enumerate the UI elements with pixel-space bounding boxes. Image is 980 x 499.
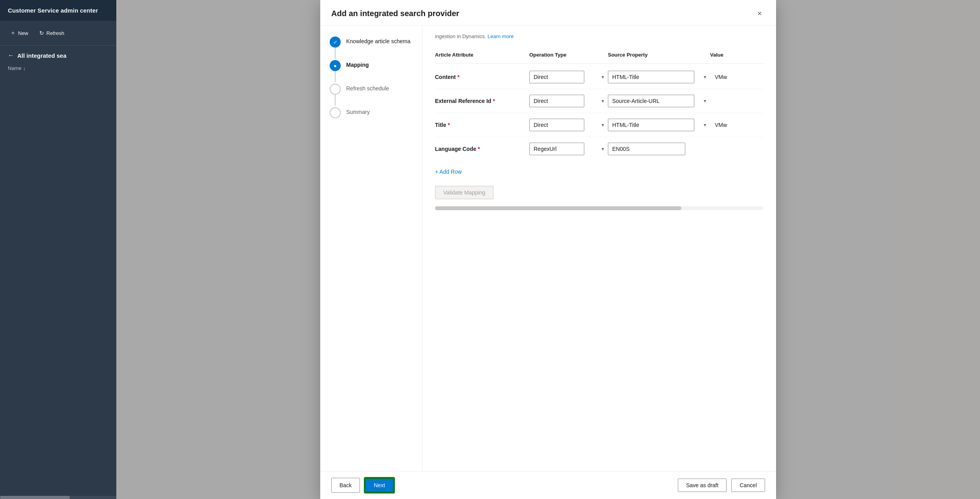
value-cell-content: VMw [710,74,763,80]
cancel-button[interactable]: Cancel [731,479,765,492]
footer-right-actions: Save as draft Cancel [678,479,765,492]
step-label-3: Refresh schedule [346,84,389,92]
chevron-down-icon: ▾ [602,146,604,152]
step-refresh-schedule: Refresh schedule [330,84,413,95]
source-property-wrapper-ext: Source-Article-URL HTML-Title Body ▾ [608,95,710,107]
close-button[interactable]: × [754,8,765,19]
step-label-1: Knowledge article schema [346,37,410,44]
back-arrow-icon[interactable]: ← [8,52,14,59]
operation-type-select-title[interactable]: Direct RegexUrl Static [529,119,584,131]
field-label-title: Title * [435,122,529,128]
step-summary: Summary [330,107,413,118]
step-label-2: Mapping [346,60,369,68]
plus-icon: ＋ [10,29,16,37]
required-star: * [448,122,450,128]
step-circle-1: ✓ [330,37,341,48]
modal-dialog: Add an integrated search provider × ✓ Kn… [320,0,776,499]
horizontal-scrollbar[interactable] [435,206,763,210]
step-circle-4 [330,107,341,118]
modal-footer: Back Next Save as draft Cancel [320,471,776,499]
sidebar-scrollbar[interactable] [0,496,116,499]
operation-type-wrapper-title: Direct RegexUrl Static ▾ [529,119,608,131]
chevron-down-icon: ▾ [704,98,706,104]
validate-mapping-label: Validate Mapping [443,189,485,196]
source-property-wrapper-content: HTML-Title Source-Article-URL Body ▾ [608,71,710,83]
modal-header: Add an integrated search provider × [320,0,776,26]
col-header-value: Value [710,50,763,59]
save-as-draft-label: Save as draft [686,482,719,488]
operation-type-wrapper-ext: Direct RegexUrl Static ▾ [529,95,608,107]
learn-more-link[interactable]: Learn more [488,33,514,39]
validate-mapping-button[interactable]: Validate Mapping [435,186,494,199]
cancel-label: Cancel [740,482,757,488]
sidebar-scrollbar-thumb [0,496,70,499]
operation-type-wrapper-content: Direct RegexUrl Static ▾ [529,71,608,83]
source-property-select-content[interactable]: HTML-Title Source-Article-URL Body [608,71,694,83]
save-as-draft-button[interactable]: Save as draft [678,479,727,492]
app-title: Customer Service admin center [8,7,98,14]
add-row-button[interactable]: + Add Row [435,164,462,180]
col-header-source-property: Source Property [608,50,710,59]
source-property-input-wrapper-lang [608,143,710,155]
sidebar-header: Customer Service admin center [0,0,116,21]
main-content: Add an integrated search provider × ✓ Kn… [116,0,980,499]
step-mapping: ● Mapping [330,60,413,71]
step-knowledge-article-schema: ✓ Knowledge article schema [330,37,413,48]
source-property-wrapper-title: HTML-Title Source-Article-URL Body ▾ [608,119,710,131]
operation-type-select-content[interactable]: Direct RegexUrl Static [529,71,584,83]
mapping-table: Article Attribute Operation Type Source … [435,46,763,161]
horizontal-scrollbar-thumb [435,206,681,210]
source-property-select-ext[interactable]: Source-Article-URL HTML-Title Body [608,95,694,107]
refresh-label: Refresh [46,30,64,36]
required-star: * [493,98,495,104]
table-row: Content * Direct RegexUrl Static ▾ [435,65,763,89]
table-row: Language Code * RegexUrl Direct Static ▾ [435,137,763,161]
source-property-input-lang[interactable] [608,143,685,155]
col-header-article-attribute: Article Attribute [435,50,529,59]
chevron-down-icon: ▾ [704,74,706,80]
table-header: Article Attribute Operation Type Source … [435,46,763,64]
modal-title: Add an integrated search provider [331,9,459,18]
step-circle-3 [330,84,341,95]
next-button[interactable]: Next [365,478,394,493]
operation-type-select-ext[interactable]: Direct RegexUrl Static [529,95,584,107]
form-content: ingestion in Dynamics. Learn more Articl… [422,26,776,471]
source-property-select-title[interactable]: HTML-Title Source-Article-URL Body [608,119,694,131]
field-label-content: Content * [435,74,529,80]
sidebar: Customer Service admin center ＋ New ↻ Re… [0,0,116,499]
validate-mapping-wrapper: Validate Mapping [435,180,763,199]
modal-body: ✓ Knowledge article schema ● Mapping Ref… [320,26,776,471]
learn-more-prefix: ingestion in Dynamics. [435,33,486,39]
back-button[interactable]: Back [331,478,360,493]
value-cell-title: VMw [710,122,763,128]
chevron-down-icon: ▾ [602,74,604,80]
chevron-down-icon: ▾ [602,122,604,128]
required-star: * [478,146,480,152]
sidebar-column-header: Name ↓ [0,62,116,76]
next-label: Next [374,482,385,488]
add-row-label: + Add Row [435,169,462,175]
breadcrumb: ← All integrated sea [0,46,116,62]
footer-left-actions: Back Next [331,478,394,493]
back-label: Back [340,482,352,488]
chevron-down-icon: ▾ [602,98,604,104]
col-header-operation-type: Operation Type [529,50,608,59]
table-row: Title * Direct RegexUrl Static ▾ [435,113,763,137]
field-label-language-code: Language Code * [435,146,529,152]
name-column-label: Name [8,65,22,71]
table-row: External Reference Id * Direct RegexUrl … [435,89,763,113]
sidebar-toolbar: ＋ New ↻ Refresh [0,21,116,46]
field-label-external-reference: External Reference Id * [435,98,529,104]
new-label: New [18,30,28,36]
breadcrumb-text: All integrated sea [17,52,66,59]
stepper: ✓ Knowledge article schema ● Mapping Ref… [320,26,422,471]
refresh-icon: ↻ [39,30,44,36]
learn-more-line: ingestion in Dynamics. Learn more [435,33,763,39]
required-star: * [457,74,459,80]
sort-icon: ↓ [23,65,26,71]
operation-type-select-lang[interactable]: RegexUrl Direct Static [529,143,584,155]
new-button[interactable]: ＋ New [8,28,31,38]
refresh-button[interactable]: ↻ Refresh [37,28,67,38]
operation-type-wrapper-lang: RegexUrl Direct Static ▾ [529,143,608,155]
step-circle-2: ● [330,60,341,71]
